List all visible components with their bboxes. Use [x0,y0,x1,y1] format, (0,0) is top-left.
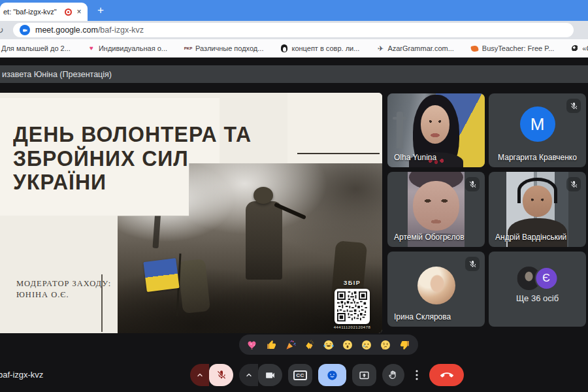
reactions-bar [239,335,418,355]
mic-off-icon [566,99,581,113]
shared-presentation: ДЕНЬ ВОЛОНТЕРА ТА ЗБРОЙНИХ СИЛ УКРАЇНИ М… [0,93,382,333]
recording-indicator-icon [65,8,72,16]
present-screen-button[interactable] [352,364,376,386]
bookmark-item[interactable]: «Семиотика бардо... [571,44,588,52]
slide-paper-block [287,93,382,166]
reaction-sparkling-heart-button[interactable] [246,338,259,351]
reload-icon[interactable]: ↻ [0,24,8,36]
donation-qr-block: ЗБІР 444111202120478 [332,280,372,329]
browser-tab[interactable]: et: "baf-izgx-kvz" × [0,3,88,21]
camera-button[interactable] [258,364,282,386]
browser-tab-bar: et: "baf-izgx-kvz" × + [0,0,588,21]
participant-grid: Olha Yunina M Маргарита Кравченко Артемі… [387,93,586,327]
meet-control-bar: baf-izgx-kvz CC [0,358,588,392]
participant-name: Ірина Склярова [394,312,451,321]
bookmark-item[interactable]: ✈ AzarGrammar.com... [376,44,453,52]
penguin-icon [281,44,287,52]
participant-name: Маргарита Кравченко [489,153,586,162]
qr-number: 444111202120478 [332,325,372,329]
bookmarks-bar: Для малышей до 2... ♥ Индивидуальная о..… [0,39,588,57]
address-bar-row: ↻ meet.google.com/baf-izgx-kvz [0,21,588,39]
slide-vertical-line [101,274,103,332]
more-options-button[interactable] [410,364,423,386]
camera-options-chevron-button[interactable] [239,364,258,386]
qr-code [335,289,370,324]
cc-icon: CC [293,370,307,380]
participant-tile-artemii[interactable]: Артемій Обогрєлов [387,172,485,247]
participant-tile-olha[interactable]: Olha Yunina [387,93,485,167]
new-tab-button[interactable]: + [92,2,109,19]
reaction-thumbs-down-button[interactable] [398,338,411,351]
moderator-caption: МОДЕРАТОР ЗАХОДУ: ЮНІНА О.Є. [16,278,111,301]
ukraine-flag [143,258,179,292]
meeting-code: baf-izgx-kvz [0,358,43,392]
more-participants-tile[interactable]: Є Ще 36 осіб [489,252,586,327]
reactions-toggle-button[interactable] [318,364,346,386]
raise-hand-button[interactable] [382,364,404,386]
fox-icon [471,44,480,52]
reaction-party-popper-button[interactable] [284,338,297,351]
url-input[interactable]: meet.google.com/baf-izgx-kvz [13,23,574,37]
end-call-button[interactable] [429,364,464,386]
captions-button[interactable]: CC [288,364,312,386]
mic-off-icon [465,177,480,191]
mic-control-group [190,364,233,386]
participant-tile-marharyta[interactable]: M Маргарита Кравченко [489,93,586,167]
reaction-joy-button[interactable] [322,338,335,351]
mic-off-icon [566,177,581,191]
participant-name: Артемій Обогрєлов [394,233,465,242]
camera-control-group [239,364,282,386]
close-tab-button[interactable]: × [74,7,84,16]
pkp-favicon: PKP [184,44,192,52]
reaction-thinking-button[interactable] [379,338,392,351]
participant-name: Olha Yunina [394,153,436,162]
globe-icon [572,45,579,52]
presenter-banner-text: изавета Юніна (Презентація) [2,70,112,79]
url-text: meet.google.com/baf-izgx-kvz [35,25,144,35]
participant-name: Андрій Вардінський [495,233,566,242]
bookmark-item[interactable]: ♥ Индивидуальная о... [88,44,167,52]
avatar-photo [417,267,455,304]
camera-in-use-icon [20,25,30,35]
participant-tile-iryna[interactable]: Ірина Склярова [387,252,485,327]
plane-icon: ✈ [376,44,384,52]
meet-stage: изавета Юніна (Презентація) ДЕНЬ ВОЛОНТЕ… [0,57,588,392]
mic-options-chevron-button[interactable] [190,364,209,386]
slide-divider-line [297,153,380,154]
reaction-cry-button[interactable] [360,338,373,351]
soldier-figure [246,201,282,280]
bookmark-item[interactable]: PKP Различные подход... [184,44,263,52]
url-host: meet.google.com [35,25,98,35]
tab-title: et: "baf-izgx-kvz" [3,8,62,16]
avatar-letter: M [520,106,555,142]
heart-icon: ♥ [88,44,95,52]
avatar-letter: Є [534,267,558,290]
more-participants-count: Ще 36 осіб [489,293,586,303]
bookmark-item[interactable]: концепт в совр. ли... [280,44,359,52]
mic-muted-button[interactable] [209,364,233,386]
soldier-figure [178,259,210,314]
reaction-thumbs-up-button[interactable] [265,338,278,351]
statue-silhouette [397,112,403,148]
mic-off-icon [465,257,480,271]
bookmark-item[interactable]: BusyTeacher: Free P... [471,44,554,52]
qr-caption: ЗБІР [332,280,372,286]
reaction-wow-button[interactable] [341,338,354,351]
participant-tile-andrii[interactable]: Андрій Вардінський [489,172,586,247]
reaction-clapping-hands-button[interactable] [303,338,316,351]
url-path: /baf-izgx-kvz [98,25,144,35]
presenter-banner: изавета Юніна (Презентація) [0,65,588,83]
bookmark-item[interactable]: Для малышей до 2... [1,44,71,52]
